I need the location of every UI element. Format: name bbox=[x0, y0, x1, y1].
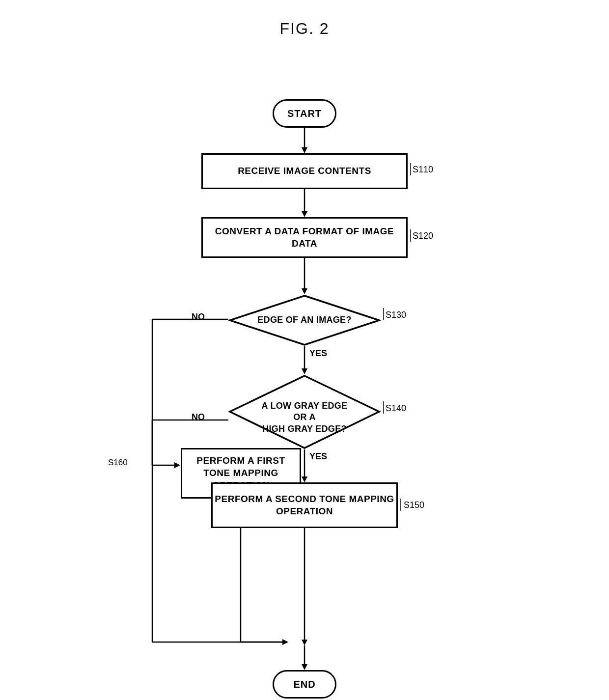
svg-marker-11 bbox=[282, 639, 288, 645]
svg-marker-3 bbox=[302, 211, 307, 217]
svg-marker-21 bbox=[302, 640, 307, 645]
s130-diamond: EDGE OF AN IMAGE? bbox=[228, 294, 381, 346]
svg-marker-1 bbox=[302, 147, 307, 153]
end-label: END bbox=[293, 679, 315, 690]
svg-marker-23 bbox=[302, 664, 307, 670]
s130-no-label: NO bbox=[192, 312, 205, 322]
s130-yes-label: YES bbox=[309, 348, 327, 359]
s120-process: CONVERT A DATA FORMAT OF IMAGE DATA bbox=[201, 217, 408, 258]
start-label: START bbox=[287, 108, 322, 119]
s140-diamond: A LOW GRAY EDGE OR A HIGH GRAY EDGE? bbox=[228, 374, 381, 449]
flowchart: START RECEIVE IMAGE CONTENTS S110 CONVER… bbox=[0, 67, 609, 700]
page-title: FIG. 2 bbox=[0, 20, 609, 38]
svg-marker-5 bbox=[302, 288, 307, 294]
svg-marker-15 bbox=[174, 462, 180, 468]
s140-step: S140 bbox=[386, 403, 406, 414]
s120-step: S120 bbox=[413, 231, 433, 241]
start-terminal: START bbox=[273, 99, 336, 128]
s130-text: EDGE OF AN IMAGE? bbox=[257, 314, 351, 326]
s140-yes-label: YES bbox=[309, 451, 327, 462]
s130-step: S130 bbox=[386, 310, 406, 320]
end-terminal: END bbox=[273, 670, 336, 699]
s110-tick bbox=[408, 163, 414, 178]
s150-label: PERFORM A SECOND TONE MAPPING OPERATION bbox=[213, 493, 396, 517]
svg-marker-19 bbox=[302, 476, 307, 482]
s160-step-outer: S160 bbox=[108, 458, 128, 468]
s150-tick bbox=[398, 499, 404, 513]
s110-step: S110 bbox=[413, 165, 433, 175]
s140-no-label: NO bbox=[192, 412, 205, 422]
s120-label: CONVERT A DATA FORMAT OF IMAGE DATA bbox=[203, 225, 406, 250]
s110-label: RECEIVE IMAGE CONTENTS bbox=[238, 165, 371, 177]
s150-step: S150 bbox=[404, 500, 424, 510]
s140-text: A LOW GRAY EDGE OR A HIGH GRAY EDGE? bbox=[255, 389, 354, 435]
svg-marker-7 bbox=[302, 368, 307, 374]
s110-process: RECEIVE IMAGE CONTENTS bbox=[201, 153, 408, 189]
s150-process: PERFORM A SECOND TONE MAPPING OPERATION bbox=[211, 482, 398, 528]
